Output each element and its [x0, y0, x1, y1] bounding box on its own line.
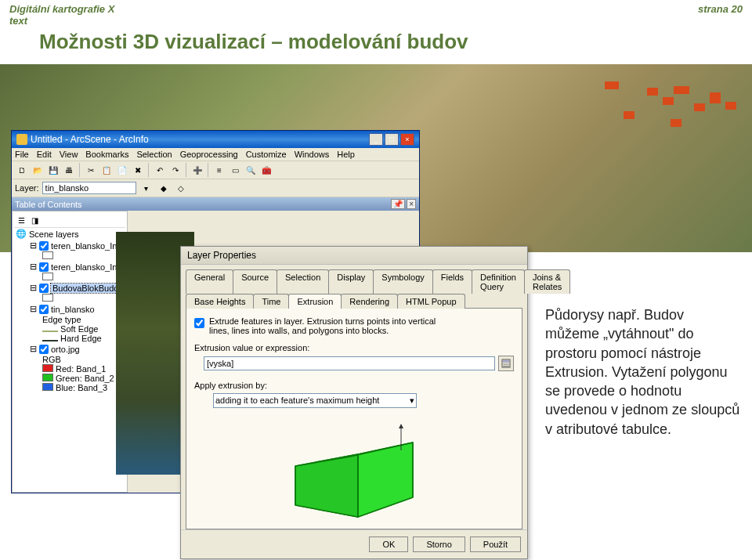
menu-selection[interactable]: Selection — [136, 150, 172, 159]
new-icon[interactable]: 🗋 — [15, 163, 29, 177]
window-title: Untitled - ArcScene - ArcInfo — [31, 134, 149, 145]
svg-point-4 — [508, 363, 509, 365]
toc-layer[interactable]: ⊟ orto.jpg — [28, 343, 125, 355]
redo-icon[interactable]: ↷ — [168, 163, 183, 177]
layer-checkbox[interactable] — [39, 305, 49, 314]
toc-layer[interactable]: ⊟ tin_blansko — [28, 303, 125, 315]
extrude-check-label: Extrude features in layer. Extrusion tur… — [209, 316, 452, 335]
tab-html-popup[interactable]: HTML Popup — [397, 294, 465, 309]
expression-builder-button[interactable] — [498, 356, 514, 371]
delete-icon[interactable]: ✖ — [131, 163, 145, 177]
window-titlebar[interactable]: Untitled - ArcScene - ArcInfo _ □ × — [12, 131, 419, 148]
paste-icon[interactable]: 📄 — [115, 163, 129, 177]
menu-help[interactable]: Help — [337, 150, 355, 159]
toc-root[interactable]: 🌐 Scene layers — [14, 228, 125, 240]
extrusion-diagram — [280, 419, 428, 521]
extrude-checkbox[interactable] — [194, 318, 204, 328]
maximize-button[interactable]: □ — [385, 133, 399, 146]
ok-button[interactable]: OK — [369, 537, 408, 552]
save-icon[interactable]: 💾 — [46, 163, 60, 177]
toc-layer[interactable]: ⊟ teren_blansko_InterpolateSha2 — [28, 261, 125, 273]
cut-icon[interactable]: ✂ — [84, 163, 98, 177]
main-toolbar: 🗋 📂 💾 🖶 ✂ 📋 📄 ✖ ↶ ↷ ➕ ≡ ▭ 🔍 🧰 — [12, 161, 419, 179]
header-series: Digitální kartografie X — [9, 3, 114, 15]
search-icon[interactable]: 🔍 — [244, 163, 258, 177]
toc-sublabel: Blue: Band_3 — [56, 383, 107, 392]
copy-icon[interactable]: 📋 — [99, 163, 114, 177]
chevron-down-icon: ▾ — [410, 396, 414, 406]
toc-close-icon[interactable]: × — [407, 199, 416, 209]
tab-time[interactable]: Time — [253, 294, 289, 309]
toc-list-by-drawing-icon[interactable]: ☰ — [16, 215, 27, 226]
tab-general[interactable]: General — [186, 269, 233, 294]
toc-subheading: Edge type — [42, 315, 125, 324]
menu-view[interactable]: View — [60, 150, 78, 159]
tab-extrusion[interactable]: Extrusion — [288, 294, 342, 309]
symbol-swatch[interactable] — [42, 294, 53, 302]
globe-icon: 🌐 — [16, 229, 27, 239]
tab-definition-query[interactable]: Definition Query — [472, 269, 525, 294]
open-icon[interactable]: 📂 — [31, 163, 45, 177]
print-icon[interactable]: 🖶 — [62, 163, 76, 177]
catalog-icon[interactable]: ▭ — [228, 163, 242, 177]
menu-windows[interactable]: Windows — [295, 150, 330, 159]
toc-label-selected: BudovaBlokBudov — [51, 284, 125, 293]
slide-title: Možnosti 3D vizualizací – modelování bud… — [39, 30, 468, 54]
tab-base-heights[interactable]: Base Heights — [186, 294, 254, 309]
tab-joins-relates[interactable]: Joins & Relates — [524, 269, 570, 294]
tab-source[interactable]: Source — [233, 269, 277, 294]
tab-selection[interactable]: Selection — [277, 269, 329, 294]
app-icon — [16, 134, 27, 145]
slide-header: Digitální kartografie X text strana 20 — [0, 0, 752, 30]
apply-extrusion-select[interactable]: adding it to each feature's maximum heig… — [213, 393, 417, 408]
layer-checkbox[interactable] — [39, 345, 49, 354]
expression-input[interactable] — [204, 356, 495, 370]
menu-bar: File Edit View Bookmarks Selection Geopr… — [12, 148, 419, 161]
toc-list-by-source-icon[interactable]: ◨ — [29, 215, 40, 226]
toc-layer[interactable]: ⊟ teren_blansko_InterpolateSha1 — [28, 240, 125, 251]
toc-titlebar[interactable]: Table of Contents 📌 × — [12, 197, 419, 211]
menu-edit[interactable]: Edit — [37, 150, 52, 159]
svg-marker-10 — [358, 443, 413, 517]
layer-checkbox[interactable] — [39, 284, 49, 293]
symbol-swatch[interactable] — [42, 273, 53, 280]
tin-tool-2-icon[interactable]: ◇ — [174, 181, 188, 195]
layer-combo[interactable] — [42, 182, 136, 194]
dialog-title[interactable]: Layer Properties — [181, 247, 527, 265]
menu-bookmarks[interactable]: Bookmarks — [85, 150, 128, 159]
menu-customize[interactable]: Customize — [246, 150, 287, 159]
svg-point-2 — [504, 363, 505, 365]
minimize-button[interactable]: _ — [369, 133, 383, 146]
tab-display[interactable]: Display — [328, 269, 374, 294]
svg-point-6 — [505, 366, 507, 367]
apply-select-value: adding it to each feature's maximum heig… — [215, 396, 379, 405]
layer-checkbox[interactable] — [39, 262, 49, 272]
undo-icon[interactable]: ↶ — [153, 163, 167, 177]
apply-button[interactable]: Použít — [470, 537, 521, 552]
toc-pin-icon[interactable]: 📌 — [391, 199, 405, 209]
toolbox-icon[interactable]: 🧰 — [259, 163, 273, 177]
layer-checkbox[interactable] — [39, 241, 49, 251]
table-of-contents[interactable]: ☰ ◨ 🌐 Scene layers ⊟ teren_blansko_Inter… — [12, 211, 128, 493]
menu-geoprocessing[interactable]: Geoprocessing — [180, 150, 238, 159]
tin-tool-1-icon[interactable]: ◆ — [157, 181, 171, 195]
svg-point-5 — [504, 366, 505, 367]
tab-rendering[interactable]: Rendering — [341, 294, 398, 309]
line-swatch — [42, 331, 58, 332]
toc-sublabel: Red: Band_1 — [56, 364, 106, 374]
tab-fields[interactable]: Fields — [432, 269, 472, 294]
toc-label: tin_blansko — [51, 305, 95, 314]
layer-dropdown-icon[interactable]: ▾ — [139, 181, 154, 195]
tab-symbology[interactable]: Symbology — [373, 269, 432, 294]
menu-file[interactable]: File — [15, 150, 29, 159]
toc-layer[interactable]: ⊟ BudovaBlokBudov — [28, 282, 125, 294]
close-button[interactable]: × — [400, 133, 414, 146]
toc-icon[interactable]: ≡ — [212, 163, 226, 177]
svg-rect-1 — [503, 360, 509, 363]
toc-sublabel: Soft Edge — [60, 324, 98, 334]
cancel-button[interactable]: Storno — [413, 537, 465, 552]
slide-body-text: Půdorysy např. Budov můžeme „vytáhnout" … — [545, 305, 741, 439]
header-left: Digitální kartografie X text — [9, 3, 114, 27]
symbol-swatch[interactable] — [42, 251, 53, 259]
add-data-icon[interactable]: ➕ — [190, 163, 204, 177]
